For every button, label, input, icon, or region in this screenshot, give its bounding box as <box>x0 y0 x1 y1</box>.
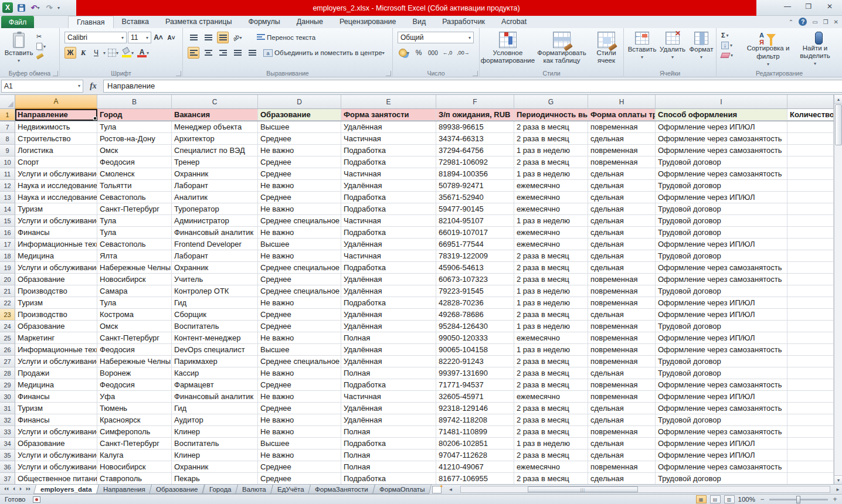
cell[interactable]: ежемесячно <box>514 461 588 473</box>
cell[interactable]: Ростов-на-Дону <box>97 133 172 145</box>
insert-worksheet-button[interactable] <box>432 486 442 493</box>
row-header-32[interactable]: 32 <box>0 414 15 426</box>
cell[interactable]: 32605-45971 <box>436 391 514 403</box>
format-cells-button[interactable]: Формат ▾ <box>687 29 715 67</box>
alignment-dialog-launcher[interactable] <box>386 71 391 76</box>
cell[interactable]: Оформление через ИП/ЮЛ <box>656 332 787 344</box>
cell[interactable]: Охранник <box>172 168 258 180</box>
cell[interactable]: Новосибирск <box>97 274 172 285</box>
excel-logo-icon[interactable]: X <box>2 2 13 13</box>
cell[interactable]: Полная <box>341 461 436 473</box>
cell[interactable]: Услуги и обслуживание <box>15 461 97 473</box>
cell[interactable]: Санкт-Петербург <box>97 438 172 449</box>
cell[interactable]: Гид <box>172 403 258 414</box>
cell[interactable]: 89938-96615 <box>436 121 514 133</box>
view-page-break-button[interactable]: ▥ <box>724 495 735 503</box>
redo-button[interactable]: ↷ <box>43 2 55 13</box>
cell[interactable]: сдельная <box>588 239 656 250</box>
column-header-F[interactable]: F <box>436 95 514 109</box>
cell[interactable]: Наука и исследование <box>15 192 97 203</box>
header-cell[interactable]: Способ оформления <box>656 109 787 121</box>
cell[interactable]: Гид <box>172 297 258 309</box>
cell[interactable]: Набережные Челны <box>97 356 172 367</box>
cell[interactable]: Смоленск <box>97 168 172 180</box>
cell[interactable]: ежемесячно <box>514 180 588 192</box>
cell[interactable]: Фармацевт <box>172 379 258 391</box>
cell[interactable]: Среднее <box>258 473 341 484</box>
header-cell[interactable]: Количество <box>787 109 834 121</box>
cell[interactable]: Наука и исследование <box>15 180 97 192</box>
cell[interactable]: Подработка <box>341 145 436 156</box>
cell[interactable]: 2 раза в месяц <box>514 262 588 274</box>
cell[interactable]: Подработка <box>341 438 436 449</box>
sort-filter-button[interactable]: АЯ Сортировка и фильтр ▾ <box>743 29 793 67</box>
zoom-slider[interactable] <box>769 499 828 500</box>
cell[interactable]: 90065-104158 <box>436 344 514 356</box>
tab-главная[interactable]: Главная <box>68 16 114 28</box>
cell[interactable]: Среднее специальное <box>258 262 341 274</box>
cell[interactable]: повременная <box>588 274 656 285</box>
zoom-in-button[interactable]: + <box>831 495 838 503</box>
cell[interactable]: Частичная <box>341 168 436 180</box>
last-sheet-button[interactable]: ⏵⏵ <box>24 486 32 492</box>
cell[interactable]: ежемесячно <box>514 391 588 403</box>
cell[interactable]: повременная <box>588 391 656 403</box>
cell[interactable]: 92318-129146 <box>436 403 514 414</box>
cell[interactable]: Трудовой договор <box>656 180 787 192</box>
cell[interactable]: 45906-54613 <box>436 262 514 274</box>
cell[interactable]: сдельная <box>588 403 656 414</box>
cell[interactable]: сдельная <box>588 449 656 461</box>
format-as-table-button[interactable]: Форматировать как таблицу <box>534 29 590 67</box>
cell[interactable]: 95284-126430 <box>436 321 514 332</box>
cell[interactable]: Не важно <box>258 180 341 192</box>
cell[interactable]: Охранник <box>172 461 258 473</box>
vertical-scrollbar[interactable]: ▲ ▼ <box>834 95 842 484</box>
cell[interactable]: Аналитик <box>172 192 258 203</box>
header-cell[interactable]: Образование <box>258 109 341 121</box>
cell[interactable]: Трудовой договор <box>656 321 787 332</box>
cell[interactable]: Высшее <box>258 239 341 250</box>
vertical-scrollbar-thumb[interactable] <box>835 104 842 145</box>
cell[interactable]: Пекарь <box>172 473 258 484</box>
insert-cells-button[interactable]: Вставить ▾ <box>626 29 658 67</box>
row-header-13[interactable]: 13 <box>0 192 15 203</box>
cell[interactable] <box>787 332 834 344</box>
row-header-34[interactable]: 34 <box>0 438 15 449</box>
cell[interactable]: Среднее <box>258 168 341 180</box>
cell[interactable]: 66019-107017 <box>436 227 514 239</box>
cell[interactable]: 81677-106955 <box>436 473 514 484</box>
row-header-33[interactable]: 33 <box>0 426 15 438</box>
cell[interactable]: Удалённая <box>341 285 436 297</box>
clipboard-dialog-launcher[interactable] <box>53 71 58 76</box>
cell[interactable]: Оформление через ИП/ЮЛ <box>656 192 787 203</box>
row-header-23[interactable]: 23 <box>0 309 15 321</box>
cell[interactable]: Феодосия <box>97 156 172 168</box>
cell[interactable]: Оформление через самозанятость <box>656 461 787 473</box>
cell[interactable]: Не важно <box>258 145 341 156</box>
column-header-G[interactable]: G <box>514 95 588 109</box>
cell[interactable] <box>787 449 834 461</box>
cell[interactable]: 72981-106092 <box>436 156 514 168</box>
cut-button[interactable]: ✂ <box>36 32 46 41</box>
cell[interactable]: Сборщик <box>172 309 258 321</box>
cell[interactable]: Удалённая <box>341 274 436 285</box>
cell[interactable]: Не важно <box>258 426 341 438</box>
percent-style-button[interactable]: % <box>413 47 425 59</box>
row-header-18[interactable]: 18 <box>0 250 15 262</box>
cell[interactable] <box>787 344 834 356</box>
cell[interactable]: 82104-95107 <box>436 215 514 227</box>
cell[interactable]: Частичная <box>341 133 436 145</box>
cell[interactable]: ежемесячно <box>514 192 588 203</box>
cell[interactable]: 78319-122009 <box>436 250 514 262</box>
cell[interactable]: Уфа <box>97 391 172 403</box>
tab-данные[interactable]: Данные <box>288 16 331 28</box>
sheet-tab-валюта[interactable]: Валюта <box>235 485 273 494</box>
cell[interactable]: повременная <box>588 121 656 133</box>
format-painter-button[interactable] <box>36 52 46 61</box>
cell[interactable] <box>787 403 834 414</box>
cell[interactable]: Севастополь <box>97 239 172 250</box>
italic-button[interactable]: К <box>77 47 89 59</box>
column-header-D[interactable]: D <box>258 95 341 109</box>
cell[interactable] <box>787 414 834 426</box>
cell[interactable]: 99397-131690 <box>436 367 514 379</box>
